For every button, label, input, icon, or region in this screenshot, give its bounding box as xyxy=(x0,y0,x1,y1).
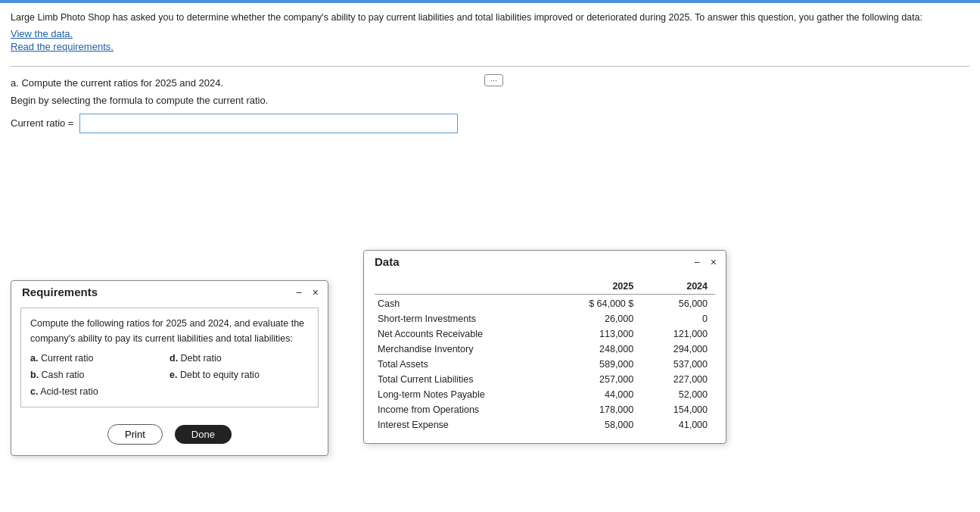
data-row-label: Long-term Notes Payable xyxy=(375,387,552,402)
data-table-row: Total Assets589,000537,000 xyxy=(375,357,715,372)
data-row-2024: 0 xyxy=(641,311,715,326)
data-modal: Data − × 2025 2024 Cash$ 64,000 $56,000S… xyxy=(363,250,726,444)
data-row-label: Total Assets xyxy=(375,357,552,372)
data-row-label: Income from Operations xyxy=(375,402,552,417)
requirements-close-button[interactable]: × xyxy=(311,286,320,298)
section-a-sublabel: Begin by selecting the formula to comput… xyxy=(11,95,969,106)
requirements-modal-title: Requirements xyxy=(22,286,98,298)
data-table-row: Income from Operations178,000154,000 xyxy=(375,402,715,417)
intro-main: Large Limb Photo Shop has asked you to d… xyxy=(11,12,922,23)
intro-text: Large Limb Photo Shop has asked you to d… xyxy=(11,11,969,25)
req-item-a: a. Current ratio xyxy=(30,351,170,366)
req-item-c: c. Acid-test ratio xyxy=(30,384,170,399)
data-table-row: Short-term Investments26,0000 xyxy=(375,311,715,326)
read-requirements-link[interactable]: Read the requirements. xyxy=(11,41,114,52)
data-modal-controls: − × xyxy=(692,256,718,268)
data-table-header-row: 2025 2024 xyxy=(375,279,715,295)
data-row-2025: 178,000 xyxy=(552,402,642,417)
requirements-minimize-button[interactable]: − xyxy=(294,286,303,298)
col-2025-header: 2025 xyxy=(552,279,642,295)
requirements-modal: Requirements − × Compute the following r… xyxy=(11,280,328,456)
data-table-row: Net Accounts Receivable113,000121,000 xyxy=(375,326,715,342)
data-close-button[interactable]: × xyxy=(709,256,718,268)
data-row-label: Net Accounts Receivable xyxy=(375,326,552,342)
req-item-e: e. Debt to equity ratio xyxy=(170,367,309,382)
data-row-2024: 121,000 xyxy=(641,326,715,342)
divider xyxy=(11,66,969,67)
data-row-2024: 154,000 xyxy=(641,402,715,417)
data-table-row: Cash$ 64,000 $56,000 xyxy=(375,295,715,312)
data-row-2024: 537,000 xyxy=(641,357,715,372)
data-table-row: Interest Expense58,00041,000 xyxy=(375,417,715,432)
data-minimize-button[interactable]: − xyxy=(692,256,702,268)
req-item-d: d. Debt ratio xyxy=(170,351,309,366)
data-modal-header: Data − × xyxy=(364,251,726,271)
data-row-2024: 294,000 xyxy=(641,342,715,357)
current-ratio-input[interactable] xyxy=(79,114,458,133)
data-row-2024: 227,000 xyxy=(641,372,715,387)
req-item-empty xyxy=(170,384,309,399)
requirements-modal-footer: Print Done xyxy=(11,424,328,455)
data-modal-title: Data xyxy=(375,255,400,268)
data-row-2024: 56,000 xyxy=(641,295,715,312)
data-row-2025: 589,000 xyxy=(552,357,642,372)
main-content: Large Limb Photo Shop has asked you to d… xyxy=(0,3,980,145)
ratio-row: Current ratio = xyxy=(11,114,969,133)
requirements-grid: a. Current ratio d. Debt ratio b. Cash r… xyxy=(30,351,309,399)
data-table: 2025 2024 Cash$ 64,000 $56,000Short-term… xyxy=(375,279,715,432)
data-row-2024: 41,000 xyxy=(641,417,715,432)
data-row-label: Merchandise Inventory xyxy=(375,342,552,357)
req-item-b: b. Cash ratio xyxy=(30,367,170,382)
requirements-box: Compute the following ratios for 2025 an… xyxy=(20,308,319,407)
col-2024-header: 2024 xyxy=(641,279,715,295)
requirements-modal-header: Requirements − × xyxy=(11,281,328,301)
requirements-body-text: Compute the following ratios for 2025 an… xyxy=(30,316,309,346)
data-modal-body: 2025 2024 Cash$ 64,000 $56,000Short-term… xyxy=(364,271,726,443)
data-row-label: Short-term Investments xyxy=(375,311,552,326)
data-row-label: Total Current Liabilities xyxy=(375,372,552,387)
data-row-2025: 58,000 xyxy=(552,417,642,432)
current-ratio-label: Current ratio = xyxy=(11,117,73,129)
data-table-row: Merchandise Inventory248,000294,000 xyxy=(375,342,715,357)
requirements-modal-body: Compute the following ratios for 2025 an… xyxy=(11,301,328,424)
ellipsis-button[interactable]: ··· xyxy=(484,74,503,86)
col-label-header xyxy=(375,279,552,295)
data-row-2025: 248,000 xyxy=(552,342,642,357)
data-row-2025: $ 64,000 $ xyxy=(552,295,642,312)
data-row-2024: 52,000 xyxy=(641,387,715,402)
data-row-2025: 113,000 xyxy=(552,326,642,342)
data-table-row: Long-term Notes Payable44,00052,000 xyxy=(375,387,715,402)
print-button[interactable]: Print xyxy=(107,424,163,445)
data-row-2025: 44,000 xyxy=(552,387,642,402)
done-button[interactable]: Done xyxy=(175,425,232,444)
data-row-label: Interest Expense xyxy=(375,417,552,432)
data-row-2025: 26,000 xyxy=(552,311,642,326)
view-data-link[interactable]: View the data. xyxy=(11,28,73,39)
data-table-row: Total Current Liabilities257,000227,000 xyxy=(375,372,715,387)
requirements-modal-controls: − × xyxy=(294,286,320,298)
data-row-2025: 257,000 xyxy=(552,372,642,387)
data-row-label: Cash xyxy=(375,295,552,312)
